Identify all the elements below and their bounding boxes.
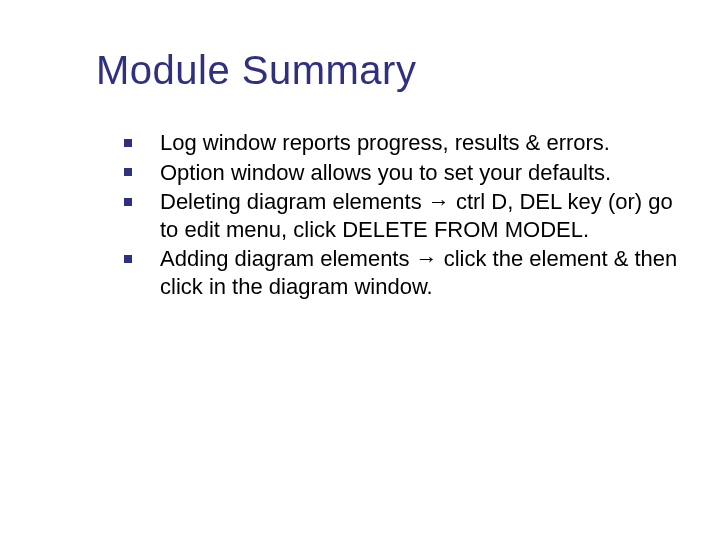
list-item: Log window reports progress, results & e…: [124, 129, 680, 157]
square-bullet-icon: [124, 139, 132, 147]
bullet-text: Option window allows you to set your def…: [160, 160, 611, 185]
square-bullet-icon: [124, 168, 132, 176]
square-bullet-icon: [124, 255, 132, 263]
bullet-text: Adding diagram elements → click the elem…: [160, 246, 677, 299]
slide-title: Module Summary: [96, 48, 680, 93]
bullet-list: Log window reports progress, results & e…: [96, 129, 680, 300]
slide: Module Summary Log window reports progre…: [0, 0, 720, 540]
list-item: Deleting diagram elements → ctrl D, DEL …: [124, 188, 680, 243]
square-bullet-icon: [124, 198, 132, 206]
list-item: Option window allows you to set your def…: [124, 159, 680, 187]
bullet-text: Deleting diagram elements → ctrl D, DEL …: [160, 189, 673, 242]
list-item: Adding diagram elements → click the elem…: [124, 245, 680, 300]
bullet-text: Log window reports progress, results & e…: [160, 130, 610, 155]
